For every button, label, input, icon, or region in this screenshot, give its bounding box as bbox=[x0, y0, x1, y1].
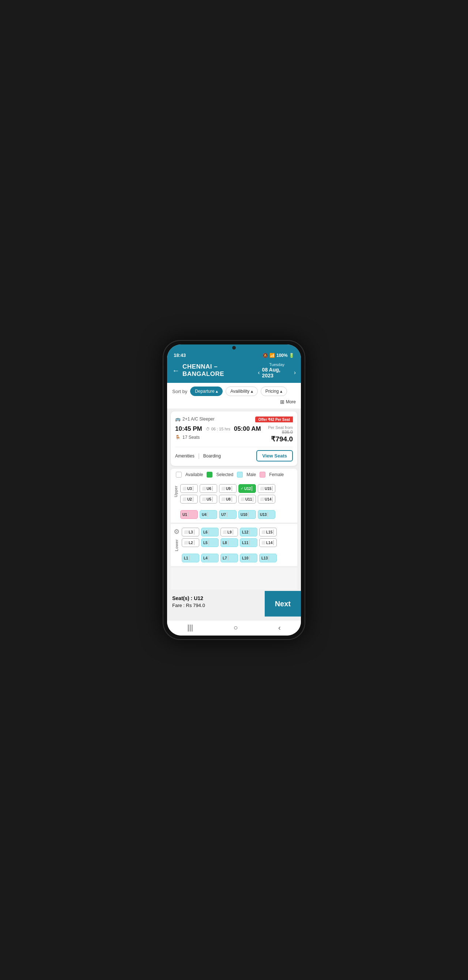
selected-label: Selected bbox=[216, 472, 233, 477]
day-label: Tuesday bbox=[269, 363, 285, 367]
seat-L8[interactable]: L8 bbox=[220, 538, 238, 547]
duration-text: 06 : 15 hrs bbox=[211, 427, 230, 431]
available-legend-box bbox=[176, 472, 182, 477]
seat-L1[interactable]: L1 bbox=[182, 554, 199, 562]
price-original: 836.0 bbox=[268, 430, 293, 435]
availability-filter[interactable]: Availibility ▴ bbox=[226, 387, 258, 396]
seat-U5[interactable]: ⬜U5 bbox=[200, 495, 217, 504]
bottom-bar: Seat(s) : U12 Fare : Rs 794.0 Next bbox=[167, 591, 301, 617]
next-date-button[interactable]: › bbox=[294, 369, 296, 376]
lower-deck-label: Lower bbox=[174, 538, 179, 552]
lower-deck-section: ⚙ Lower ⬜L3 L6 ⬜L9 L12 ⬜L15 bbox=[171, 524, 297, 566]
seat-U2[interactable]: ⬜U2 bbox=[180, 495, 198, 504]
nav-home-icon[interactable]: ○ bbox=[233, 624, 238, 632]
price-from-label: Per Seat from bbox=[268, 425, 293, 430]
female-legend-box bbox=[259, 472, 266, 477]
upper-deck-section: Upper ⬜U3 ⬜U6 ⬜U9 ✓U12 ⬜U15 ⬜U2 bbox=[171, 480, 297, 523]
view-seats-button[interactable]: View Seats bbox=[256, 450, 293, 461]
departure-time: 10:45 PM bbox=[175, 425, 202, 433]
lower-row1: ⬜L3 L6 ⬜L9 L12 ⬜L15 bbox=[182, 528, 294, 536]
seat-L15[interactable]: ⬜L15 bbox=[259, 528, 277, 536]
pricing-filter[interactable]: Pricing ▴ bbox=[261, 387, 287, 396]
seat-U15[interactable]: ⬜U15 bbox=[258, 484, 275, 493]
date-text: 08 Aug, 2023 bbox=[262, 367, 292, 379]
seat-U12[interactable]: ✓U12 bbox=[239, 484, 256, 493]
seat-L5[interactable]: L5 bbox=[201, 538, 219, 547]
seat-L7[interactable]: L7 bbox=[220, 554, 238, 562]
upper-row2: ⬜U2 ⬜U5 ⬜U8 ⬜U11 ⬜U14 bbox=[180, 495, 294, 504]
seat-L12[interactable]: L12 bbox=[240, 528, 257, 536]
seat-L2[interactable]: ⬜L2 bbox=[182, 538, 199, 547]
seat-L6[interactable]: L6 bbox=[201, 528, 219, 536]
sort-label: Sort by bbox=[172, 389, 187, 394]
seat-L13[interactable]: L13 bbox=[259, 554, 277, 562]
route-title: CHENNAI – BANGALORE bbox=[183, 363, 258, 378]
upper-row1: ⬜U3 ⬜U6 ⬜U9 ✓U12 ⬜U15 bbox=[180, 484, 294, 493]
seat-L14[interactable]: ⬜L14 bbox=[259, 538, 277, 547]
bus-type: 🚌 2+1 A/C Sleeper bbox=[175, 417, 215, 422]
seat-L3[interactable]: ⬜L3 bbox=[182, 528, 199, 536]
lower-row2: ⬜L2 L5 L8 L11 ⬜L14 bbox=[182, 538, 294, 547]
next-button[interactable]: Next bbox=[265, 591, 301, 617]
bus-card: 🚌 2+1 A/C Sleeper Offer ₹42 Per Seat 10:… bbox=[171, 411, 297, 466]
seat-U7[interactable]: U7 bbox=[219, 510, 237, 519]
female-label: Female bbox=[269, 472, 284, 477]
price-final: ₹794.0 bbox=[268, 435, 293, 443]
seat-L10[interactable]: L10 bbox=[240, 554, 257, 562]
upper-deck-label: Upper bbox=[174, 484, 178, 499]
bus-times: 10:45 PM ⏱ 06 : 15 hrs 05:00 AM bbox=[175, 425, 261, 433]
seat-U13[interactable]: U13 bbox=[258, 510, 275, 519]
spacer bbox=[171, 568, 297, 589]
seat-U9[interactable]: ⬜U9 bbox=[219, 484, 237, 493]
more-button[interactable]: ⊞ More bbox=[280, 399, 296, 405]
lower-row3: L1 L4 L7 L10 L13 bbox=[182, 554, 294, 562]
seats-row: 🪑 17 Seats bbox=[175, 435, 261, 440]
arrival-time: 05:00 AM bbox=[234, 425, 261, 433]
nav-recents-icon[interactable]: ||| bbox=[187, 624, 193, 632]
seats-available: 17 Seats bbox=[183, 435, 200, 440]
boarding-button[interactable]: Boarding bbox=[203, 453, 221, 459]
card-actions: Amenities | Boarding View Seats bbox=[175, 447, 293, 461]
bottom-seat: Seat(s) : U12 bbox=[172, 595, 259, 601]
seat-L11[interactable]: L11 bbox=[240, 538, 257, 547]
lower-seats-grid: ⬜L3 L6 ⬜L9 L12 ⬜L15 ⬜L2 L5 L8 L11 ⬜ bbox=[182, 528, 294, 562]
wheel-icon: ⚙ bbox=[174, 528, 180, 536]
back-button[interactable]: ← bbox=[172, 366, 180, 375]
seat-U1[interactable]: U1 bbox=[180, 510, 198, 519]
departure-filter[interactable]: Departure ▴ bbox=[190, 387, 223, 396]
seat-U11[interactable]: ⬜U11 bbox=[239, 495, 256, 504]
nav-bar: ||| ○ ‹ bbox=[167, 620, 301, 636]
date-section: Tuesday ‹ 08 Aug, 2023 › bbox=[258, 363, 296, 379]
scroll-content: Sort by Departure ▴ Availibility ▴ Prici… bbox=[167, 383, 301, 620]
upper-row3: U1 U4 U7 U10 U13 bbox=[180, 510, 294, 519]
offer-badge: Offer ₹42 Per Seat bbox=[255, 417, 293, 422]
seat-U8[interactable]: ⬜U8 bbox=[219, 495, 237, 504]
available-label: Available bbox=[185, 472, 203, 477]
upper-seats-grid: ⬜U3 ⬜U6 ⬜U9 ✓U12 ⬜U15 ⬜U2 ⬜U5 ⬜U8 ⬜U11 bbox=[180, 484, 294, 519]
header: ← CHENNAI – BANGALORE Tuesday ‹ 08 Aug, … bbox=[167, 360, 301, 383]
price-section: Per Seat from 836.0 ₹794.0 bbox=[268, 425, 293, 443]
legend-row: Available Selected Male Female bbox=[171, 469, 297, 480]
seat-U14[interactable]: ⬜U14 bbox=[258, 495, 275, 504]
bottom-info: Seat(s) : U12 Fare : Rs 794.0 bbox=[167, 591, 265, 617]
male-label: Male bbox=[247, 472, 256, 477]
nav-back-icon[interactable]: ‹ bbox=[278, 624, 281, 632]
seat-L4[interactable]: L4 bbox=[201, 554, 219, 562]
seat-U10[interactable]: U10 bbox=[239, 510, 256, 519]
duration-icon: ⏱ bbox=[206, 427, 210, 431]
seat-L9[interactable]: ⬜L9 bbox=[220, 528, 238, 536]
male-legend-box bbox=[237, 472, 243, 477]
bottom-fare: Fare : Rs 794.0 bbox=[172, 603, 259, 608]
seat-U3[interactable]: ⬜U3 bbox=[180, 484, 198, 493]
seat-U6[interactable]: ⬜U6 bbox=[200, 484, 217, 493]
sort-bar: Sort by Departure ▴ Availibility ▴ Prici… bbox=[167, 383, 301, 409]
amenities-button[interactable]: Amenities bbox=[175, 453, 194, 459]
status-icons: 🔕 📶 100% 🔋 bbox=[263, 353, 294, 358]
status-bar: 18:43 🔕 📶 100% 🔋 bbox=[167, 350, 301, 360]
seat-U4[interactable]: U4 bbox=[200, 510, 217, 519]
prev-date-button[interactable]: ‹ bbox=[258, 369, 259, 376]
selected-legend-box bbox=[207, 472, 212, 477]
status-time: 18:43 bbox=[174, 353, 186, 358]
